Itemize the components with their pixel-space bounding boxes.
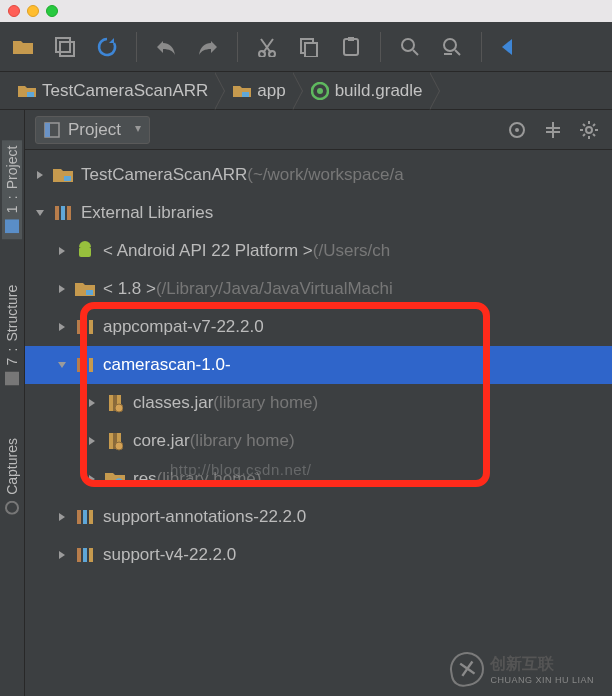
tree-row[interactable]: < 1.8 > (/Library/Java/JavaVirtualMachi: [25, 270, 612, 308]
tree-row-suffix: (library home): [190, 431, 295, 451]
gutter-tab-structure[interactable]: 7: Structure: [2, 279, 22, 392]
tree-row[interactable]: core.jar (library home): [25, 422, 612, 460]
breadcrumb-module[interactable]: app: [225, 72, 293, 110]
cut-icon[interactable]: [254, 34, 280, 60]
structure-icon: [5, 372, 19, 386]
disclosure-arrow-icon[interactable]: [55, 282, 69, 296]
tree-row[interactable]: External Libraries: [25, 194, 612, 232]
project-icon: [5, 219, 19, 233]
tree-row-suffix: (library home): [157, 469, 262, 489]
redo-icon[interactable]: [195, 34, 221, 60]
tree-row[interactable]: support-v4-22.2.0: [25, 536, 612, 574]
window-minimize-btn[interactable]: [27, 5, 39, 17]
window-close-btn[interactable]: [8, 5, 20, 17]
tree-row-suffix: (/Library/Java/JavaVirtualMachi: [156, 279, 393, 299]
svg-rect-35: [89, 358, 93, 372]
svg-rect-0: [56, 38, 70, 52]
tree-row-name: camerascan-1.0-: [103, 355, 231, 375]
module-icon: [75, 279, 95, 299]
breadcrumb-project[interactable]: TestCameraScanARR: [10, 72, 216, 110]
project-tree[interactable]: TestCameraScanARR (~/work/workspace/aExt…: [25, 150, 612, 696]
svg-point-8: [402, 39, 414, 51]
tree-row[interactable]: camerascan-1.0-: [25, 346, 612, 384]
svg-point-41: [115, 442, 123, 450]
settings-icon[interactable]: [576, 117, 602, 143]
gradle-icon: [311, 82, 329, 100]
back-icon[interactable]: [498, 34, 524, 60]
svg-point-21: [586, 127, 592, 133]
copy-icon[interactable]: [296, 34, 322, 60]
tree-row[interactable]: support-annotations-22.2.0: [25, 498, 612, 536]
gutter-tab-captures[interactable]: Captures: [2, 432, 22, 521]
svg-rect-29: [86, 290, 93, 295]
svg-point-13: [317, 88, 323, 94]
collapse-all-icon[interactable]: [540, 117, 566, 143]
tree-row[interactable]: res (library home): [25, 460, 612, 498]
tree-row-name: < 1.8 >: [103, 279, 156, 299]
svg-rect-44: [83, 510, 87, 524]
disclosure-arrow-icon[interactable]: [55, 244, 69, 258]
disclosure-arrow-icon[interactable]: [85, 396, 99, 410]
save-all-icon[interactable]: [52, 34, 78, 60]
svg-rect-24: [61, 206, 65, 220]
breadcrumb-separator: [430, 72, 440, 110]
svg-rect-18: [45, 123, 50, 137]
lib-group-icon: [53, 203, 73, 223]
disclosure-arrow-icon[interactable]: [33, 206, 47, 220]
paste-icon[interactable]: [338, 34, 364, 60]
captures-icon: [5, 501, 19, 515]
watermark-logo: ✕ 创新互联 CHUANG XIN HU LIAN: [450, 652, 594, 686]
disclosure-arrow-icon[interactable]: [55, 548, 69, 562]
tree-row-suffix: (library home): [213, 393, 318, 413]
tree-row-name: External Libraries: [81, 203, 213, 223]
svg-rect-11: [242, 92, 249, 97]
svg-rect-45: [89, 510, 93, 524]
open-icon[interactable]: [10, 34, 36, 60]
autoscroll-icon[interactable]: [504, 117, 530, 143]
disclosure-arrow-icon[interactable]: [55, 510, 69, 524]
breadcrumb-file[interactable]: build.gradle: [303, 72, 431, 110]
lib-icon: [75, 507, 95, 527]
lib-icon: [75, 355, 95, 375]
find-icon[interactable]: [397, 34, 423, 60]
gutter-tab-project[interactable]: 1: Project: [2, 140, 22, 239]
folder-icon: [233, 84, 251, 98]
disclosure-arrow-icon[interactable]: [55, 358, 69, 372]
titlebar: [0, 0, 612, 22]
disclosure-arrow-icon[interactable]: [55, 320, 69, 334]
tree-row[interactable]: classes.jar (library home): [25, 384, 612, 422]
svg-rect-48: [89, 548, 93, 562]
folder-icon: [18, 84, 36, 98]
main-toolbar: [0, 22, 612, 72]
refresh-icon[interactable]: [94, 34, 120, 60]
toolbar-separator: [380, 32, 381, 62]
breadcrumb-label: build.gradle: [335, 81, 423, 101]
svg-point-3: [269, 51, 275, 57]
breadcrumb-label: app: [257, 81, 285, 101]
window-maximize-btn[interactable]: [46, 5, 58, 17]
tree-row-name: TestCameraScanARR: [81, 165, 247, 185]
svg-rect-32: [89, 320, 93, 334]
replace-icon[interactable]: [439, 34, 465, 60]
tree-row-name: res: [133, 469, 157, 489]
tree-row-suffix: (~/work/workspace/a: [247, 165, 403, 185]
svg-rect-7: [348, 37, 354, 41]
tool-window-gutter: 1: Project 7: Structure Captures: [0, 110, 25, 696]
toolbar-separator: [481, 32, 482, 62]
project-view-dropdown[interactable]: Project: [35, 116, 150, 144]
breadcrumb-label: TestCameraScanARR: [42, 81, 208, 101]
disclosure-arrow-icon[interactable]: [85, 472, 99, 486]
disclosure-arrow-icon[interactable]: [85, 434, 99, 448]
tree-row-name: classes.jar: [133, 393, 213, 413]
tree-row[interactable]: < Android API 22 Platform > (/Users/ch: [25, 232, 612, 270]
breadcrumb-separator: [293, 72, 303, 110]
disclosure-arrow-icon[interactable]: [33, 168, 47, 182]
svg-point-9: [444, 39, 456, 51]
svg-rect-1: [60, 42, 74, 56]
svg-point-20: [515, 128, 519, 132]
undo-icon[interactable]: [153, 34, 179, 60]
tree-row-name: support-annotations-22.2.0: [103, 507, 306, 527]
tree-row[interactable]: appcompat-v7-22.2.0: [25, 308, 612, 346]
tree-row[interactable]: TestCameraScanARR (~/work/workspace/a: [25, 156, 612, 194]
jar-icon: [105, 393, 125, 413]
